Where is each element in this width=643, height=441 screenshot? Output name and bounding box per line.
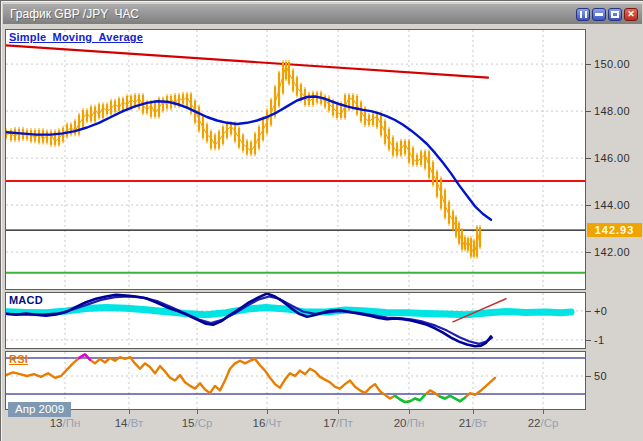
close-button[interactable]: ✕	[624, 8, 638, 21]
maximize-icon	[611, 11, 619, 18]
scale-tick-mark	[586, 205, 591, 206]
scale-tick-mark	[586, 111, 591, 112]
scale-tick-label: 144.00	[594, 199, 630, 211]
scale-tick-mark	[586, 252, 591, 253]
chart-window: График GBP /JPY ЧАС ✕ Simple_Moving_Aver…	[0, 0, 643, 441]
scale-tick-mark	[586, 340, 591, 341]
x-axis-label: 16/Чт	[253, 417, 282, 429]
x-axis-label: 13/Пн	[50, 417, 81, 429]
scale-tick-label: -1	[594, 334, 605, 346]
x-axis-label: 15/Ср	[182, 417, 213, 429]
title-bar[interactable]: График GBP /JPY ЧАС ✕	[3, 4, 642, 24]
scale-tick-label: 50	[594, 370, 607, 382]
main-panel[interactable]: Simple_Moving_Average	[5, 29, 586, 290]
scale-tick-label: 146.00	[594, 152, 630, 164]
window-title: График GBP /JPY ЧАС	[3, 7, 139, 21]
scale-tick-label: 142.00	[594, 246, 630, 258]
close-icon: ✕	[627, 10, 635, 19]
scale-tick-mark	[586, 64, 591, 65]
macd-indicator-label: MACD	[9, 294, 43, 306]
month-badge: Апр 2009	[8, 402, 71, 417]
pause-icon	[580, 11, 587, 18]
window-controls: ✕	[576, 8, 642, 21]
scale-tick-label: +0	[594, 305, 607, 317]
macd-chart-canvas[interactable]	[6, 293, 585, 348]
sma-indicator-label: Simple_Moving_Average	[9, 31, 143, 43]
main-chart-canvas[interactable]	[6, 30, 585, 289]
scale-tick-mark	[586, 158, 591, 159]
macd-panel[interactable]: MACD	[5, 292, 586, 349]
x-axis-tick	[197, 410, 198, 414]
x-axis-label: 17/Пт	[323, 417, 353, 429]
x-axis-label: 21/Вт	[459, 417, 488, 429]
scale-tick-label: 150.00	[594, 58, 630, 70]
minimize-icon	[595, 13, 603, 16]
rsi-indicator-label: RSI	[9, 353, 28, 365]
x-axis-tick	[543, 410, 544, 414]
pause-button[interactable]	[576, 8, 590, 21]
maximize-button[interactable]	[608, 8, 622, 21]
rsi-chart-canvas[interactable]	[6, 352, 585, 409]
x-axis-label: 20/Пн	[394, 417, 425, 429]
x-axis: 13/Пн14/Вт15/Ср16/Чт17/Пт20/Пн21/Вт22/Ср	[1, 410, 643, 440]
minimize-button[interactable]	[592, 8, 606, 21]
x-axis-tick	[409, 410, 410, 414]
scale-tick-label: 148.00	[594, 105, 630, 117]
rsi-panel[interactable]: RSI	[5, 351, 586, 410]
x-axis-tick	[473, 410, 474, 414]
x-axis-label: 22/Ср	[528, 417, 559, 429]
x-axis-tick	[267, 410, 268, 414]
current-price-badge: 142.93	[587, 223, 642, 237]
scale-tick-mark	[586, 376, 591, 377]
x-axis-tick	[338, 410, 339, 414]
scale-tick-mark	[586, 311, 591, 312]
x-axis-tick	[129, 410, 130, 414]
x-axis-label: 14/Вт	[115, 417, 144, 429]
